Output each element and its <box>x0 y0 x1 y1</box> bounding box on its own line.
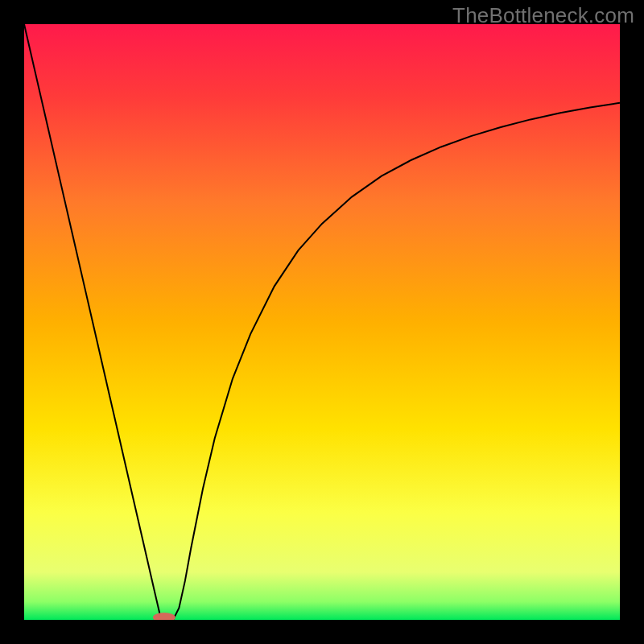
plot-area <box>24 24 620 620</box>
chart-frame: TheBottleneck.com <box>0 0 644 644</box>
gradient-background <box>24 24 620 620</box>
watermark-text: TheBottleneck.com <box>452 3 634 28</box>
chart-svg <box>24 24 620 620</box>
